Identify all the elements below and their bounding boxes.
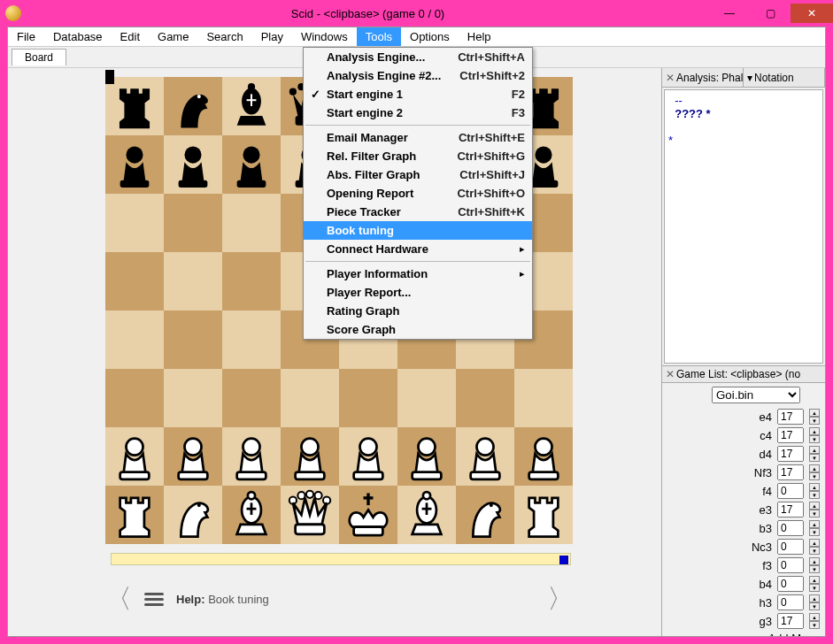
menu-item[interactable]: Analysis Engine...Ctrl+Shift+A [304,48,532,66]
square[interactable] [339,486,397,544]
move-value-input[interactable] [777,483,804,499]
menu-database[interactable]: Database [44,27,112,46]
square[interactable] [281,486,339,544]
move-value-input[interactable] [777,557,804,573]
square[interactable] [397,369,456,427]
square[interactable] [397,486,456,544]
spin-down[interactable]: ▼ [809,454,820,462]
menu-item[interactable]: Player Report... [304,283,532,302]
menu-item[interactable]: Start engine 2F3 [304,104,532,122]
square[interactable] [105,427,164,486]
tab-analysis[interactable]: ✕Analysis: Phalar [662,68,744,87]
square[interactable] [281,427,339,486]
maximize-button[interactable]: ▢ [750,4,791,23]
square[interactable] [514,427,573,486]
menu-item[interactable]: Connect Hardware [304,240,532,258]
spin-up[interactable]: ▲ [809,446,820,454]
spin-down[interactable]: ▼ [809,472,820,480]
move-value-input[interactable] [777,409,804,425]
menu-item[interactable]: Abs. Filter GraphCtrl+Shift+J [304,165,532,184]
square[interactable] [222,135,281,194]
menu-item[interactable]: Book tuning [304,221,532,240]
square[interactable] [164,135,222,194]
spin-up[interactable]: ▲ [809,594,820,602]
menu-help[interactable]: Help [459,27,500,46]
square[interactable] [105,486,164,544]
menu-play[interactable]: Play [252,27,292,46]
move-value-input[interactable] [777,502,804,518]
spin-down[interactable]: ▼ [809,565,820,573]
spin-down[interactable]: ▼ [809,491,820,499]
spin-down[interactable]: ▼ [809,510,820,518]
menu-item[interactable]: Rel. Filter GraphCtrl+Shift+G [304,147,532,165]
menu-options[interactable]: Options [401,27,459,46]
menu-item[interactable]: Piece TrackerCtrl+Shift+K [304,203,532,221]
move-value-input[interactable] [777,594,804,610]
spin-up[interactable]: ▲ [809,613,820,621]
spin-up[interactable]: ▲ [809,427,820,435]
add-move-button[interactable]: Add Move [667,632,820,636]
menu-item[interactable]: Player Information [304,264,532,283]
menu-windows[interactable]: Windows [292,27,357,46]
book-file-select[interactable]: Goi.bin [712,387,800,403]
spin-down[interactable]: ▼ [809,602,820,610]
square[interactable] [222,486,281,544]
menu-item[interactable]: Score Graph [304,320,532,339]
spin-down[interactable]: ▼ [809,435,820,443]
spin-down[interactable]: ▼ [809,417,820,425]
move-value-input[interactable] [777,464,804,480]
square[interactable] [222,369,281,427]
spin-up[interactable]: ▲ [809,539,820,547]
menu-file[interactable]: File [8,27,44,46]
move-value-input[interactable] [777,613,804,629]
square[interactable] [105,194,164,252]
menu-tools[interactable]: Tools [357,27,401,46]
square[interactable] [456,427,514,486]
spin-up[interactable]: ▲ [809,464,820,472]
menu-edit[interactable]: Edit [112,27,149,46]
square[interactable] [222,194,281,252]
square[interactable] [456,369,514,427]
move-value-input[interactable] [777,520,804,536]
spin-up[interactable]: ▲ [809,502,820,510]
square[interactable] [105,252,164,310]
spin-down[interactable]: ▼ [809,547,820,555]
panel-gamelist-header[interactable]: ✕Game List: <clipbase> (no [662,365,825,383]
spin-up[interactable]: ▲ [809,576,820,584]
menu-icon[interactable] [144,593,164,606]
spin-up[interactable]: ▲ [809,557,820,565]
square[interactable] [222,427,281,486]
menu-item[interactable]: Start engine 1F2 [304,85,532,104]
spin-down[interactable]: ▼ [809,584,820,592]
spin-up[interactable]: ▲ [809,409,820,417]
square[interactable] [105,135,164,194]
square[interactable] [164,369,222,427]
menu-item[interactable]: Opening ReportCtrl+Shift+O [304,184,532,203]
square[interactable] [222,77,281,135]
move-value-input[interactable] [777,427,804,443]
square[interactable] [164,427,222,486]
square[interactable] [514,486,573,544]
square[interactable] [456,486,514,544]
square[interactable] [105,310,164,369]
close-icon[interactable]: ✕ [666,72,675,84]
square[interactable] [164,310,222,369]
menu-item[interactable]: Rating Graph [304,302,532,320]
menu-item[interactable]: Email ManagerCtrl+Shift+E [304,128,532,147]
close-icon[interactable]: ✕ [666,368,675,380]
square[interactable] [105,369,164,427]
minimize-button[interactable]: — [709,4,750,23]
square[interactable] [222,310,281,369]
menu-item[interactable]: Analysis Engine #2...Ctrl+Shift+2 [304,66,532,85]
square[interactable] [281,369,339,427]
square[interactable] [164,194,222,252]
square[interactable] [514,369,573,427]
square[interactable] [222,252,281,310]
move-value-input[interactable] [777,446,804,462]
nav-next-icon[interactable]: 〉 [547,581,574,617]
square[interactable] [339,369,397,427]
spin-down[interactable]: ▼ [809,528,820,536]
menu-game[interactable]: Game [149,27,197,46]
spin-up[interactable]: ▲ [809,520,820,528]
square[interactable] [339,427,397,486]
